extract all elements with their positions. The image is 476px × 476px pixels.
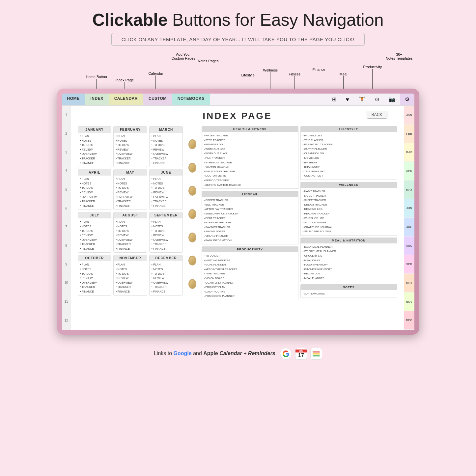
month-card-september[interactable]: SEPTEMBER PLANNOTESTO-DO'SREVIEWOVERVIEW… <box>149 212 183 253</box>
finance-body: ORDER TRACKER BILL TRACKER AFTER PAY TRA… <box>202 197 298 244</box>
ann-meal-label: Meal <box>340 72 348 76</box>
ann-fitness-label: Fitness <box>289 72 300 76</box>
tab-notebooks[interactable]: NOTEBOOKS <box>172 94 210 105</box>
back-button[interactable]: BACK <box>367 111 387 119</box>
month-tab-sep[interactable]: SEP <box>404 255 414 274</box>
ann-home-label: Home Button <box>86 75 107 79</box>
month-tab-dec[interactable]: DEC <box>404 311 414 330</box>
ring-1 <box>188 139 196 149</box>
binder-inner: 1 2 3 4 5 6 7 8 9 10 11 12 INDEX PAGE BA… <box>62 106 414 330</box>
ann-custom-label: Add YourCustom Pages <box>172 52 195 60</box>
row-3: 3 <box>62 143 71 162</box>
month-tab-jul[interactable]: JUL <box>404 218 414 237</box>
ann-wellness: Wellness <box>263 68 278 89</box>
ring-3 <box>188 186 196 196</box>
ann-lifestyle-line <box>248 77 248 89</box>
tab-icon-camera[interactable]: ⊙ <box>370 94 384 105</box>
month-body-august: PLANNOTESTO-DO'SREVIEWOVERVIEWTRACKERFIN… <box>114 218 147 252</box>
month-tab-apr[interactable]: APR <box>404 162 414 181</box>
month-tab-aug[interactable]: AUG <box>404 237 414 255</box>
index-grid: JANUARY PLANNOTESTO-DO'SREVIEWOVERVIEWTR… <box>78 126 397 302</box>
tab-icon-grid[interactable]: ⊞ <box>327 94 341 105</box>
month-tab-feb[interactable]: FEB <box>404 125 414 143</box>
month-body-july: PLANNOTESTO-DO'SREVIEWOVERVIEWTRACKERFIN… <box>78 218 111 252</box>
month-tab-nov[interactable]: NOV <box>404 293 414 311</box>
category-productivity: PRODUCTIVITY TO DO LIST MEETING MINUTES … <box>202 246 298 300</box>
ann-index-label: Index Page <box>116 78 134 82</box>
ann-finance-label: Finance <box>313 68 325 71</box>
month-tab-mar[interactable]: MAR <box>404 143 414 162</box>
month-header-september: SEPTEMBER <box>150 212 183 218</box>
month-tab-may[interactable]: MAY <box>404 181 414 199</box>
bottom-google-text: Google <box>174 350 192 356</box>
bottom-icons: JUL 17 <box>280 348 322 360</box>
subtitle-banner: CLICK ON ANY TEMPLATE, ANY DAY OF YEAR..… <box>111 33 365 46</box>
ring-4 <box>188 209 196 219</box>
monthly-section: JANUARY PLANNOTESTO-DO'SREVIEWOVERVIEWTR… <box>78 126 183 302</box>
month-card-october[interactable]: OCTOBER PLANNOTESTO-DO'SREVIEWOVERVIEWTR… <box>78 255 112 295</box>
tab-icon-settings[interactable]: ⚙ <box>400 94 414 105</box>
ann-notes-pages: Notes Pages <box>198 59 219 63</box>
category-health-fitness: HEALTH & FITNESS WATER TRACKER STEP TRAC… <box>202 126 298 189</box>
health-fitness-body: WATER TRACKER STEP TRACKER FITNESS LOG W… <box>202 132 298 189</box>
row-9: 9 <box>62 255 71 274</box>
reminder-dot-3 <box>313 355 320 356</box>
category-lifestyle: LIFESTYLE PACKING LIST TRIP PLANNER PASS… <box>300 126 397 180</box>
category-finance: FINANCE ORDER TRACKER BILL TRACKER AFTER… <box>202 191 298 244</box>
month-header-august: AUGUST <box>114 212 147 218</box>
month-card-december[interactable]: DECEMBER PLANNOTESTO-DO'SREVIEWOVERVIEWT… <box>149 255 183 295</box>
month-header-june: JUNE <box>150 169 183 176</box>
month-body-june: PLANNOTESTO-DO'SREVIEWOVERVIEWTRACKERFIN… <box>150 176 183 210</box>
main-title: Clickable Buttons for Easy Navigation <box>7 10 469 30</box>
title-plain: Buttons for Easy Navigation <box>172 10 384 29</box>
month-body-january: PLANNOTESTO-DO'SREVIEWOVERVIEWTRACKERFIN… <box>78 133 111 167</box>
month-body-september: PLANNOTESTO-DO'SREVIEWOVERVIEWTRACKERFIN… <box>150 218 183 252</box>
productivity-body: TO DO LIST MEETING MINUTES GOAL PLANNER … <box>202 252 298 300</box>
month-header-april: APRIL <box>78 169 111 176</box>
month-card-january[interactable]: JANUARY PLANNOTESTO-DO'SREVIEWOVERVIEWTR… <box>78 126 112 167</box>
reminder-dot-1 <box>313 351 320 352</box>
month-header-october: OCTOBER <box>78 255 111 261</box>
ann-finance: Finance <box>313 68 325 89</box>
bottom-calendar-text: Calendar + Reminders <box>219 350 275 356</box>
ann-index-page: Index Page <box>116 78 134 89</box>
month-card-july[interactable]: JULY PLANNOTESTO-DO'SREVIEWOVERVIEWTRACK… <box>78 212 112 253</box>
meal-header: MEAL & NUTRITION <box>300 238 397 243</box>
month-header-december: DECEMBER <box>150 255 183 261</box>
month-card-june[interactable]: JUNE PLANNOTESTO-DO'SREVIEWOVERVIEWTRACK… <box>149 169 183 210</box>
row-8: 8 <box>62 237 71 255</box>
bottom-and-text: and <box>193 350 203 356</box>
month-card-march[interactable]: MARCH PLANNOTESTO-DO'SREVIEWOVERVIEWTRAC… <box>149 126 183 167</box>
row-2: 2 <box>62 125 71 143</box>
binder: Custom Projects Pages Fully Hyperlinked … <box>57 89 419 335</box>
ann-productivity-label: Productivity <box>363 65 382 69</box>
google-icon <box>280 348 292 360</box>
month-tab-oct[interactable]: OCT <box>404 274 414 293</box>
month-tab-jan[interactable]: JAN <box>404 106 414 125</box>
ann-fitness: Fitness <box>289 72 300 89</box>
side-month-tabs: JAN FEB MAR APR MAY JUN JUL AUG SEP OCT … <box>404 106 414 330</box>
month-body-may: PLANNOTESTO-DO'SREVIEWOVERVIEWTRACKERFIN… <box>114 176 147 210</box>
row-1: 1 <box>62 106 71 125</box>
category-wellness: WELLNESS HABIT TRACKER MOOD TRACKER SLEE… <box>300 182 397 236</box>
tab-custom[interactable]: CUSTOM <box>143 94 172 105</box>
month-tab-jun[interactable]: JUN <box>404 199 414 218</box>
tab-calendar[interactable]: CALENDAR <box>109 94 143 105</box>
month-card-may[interactable]: MAY PLANNOTESTO-DO'SREVIEWOVERVIEWTRACKE… <box>113 169 147 210</box>
month-body-december: PLANNOTESTO-DO'SREVIEWOVERVIEWTRACKERFIN… <box>150 261 183 295</box>
month-card-february[interactable]: FEBRUARY PLANNOTESTO-DO'SREVIEWOVERVIEWT… <box>113 126 147 167</box>
ann-finance-line <box>319 71 319 89</box>
tab-home[interactable]: HOME <box>62 94 85 105</box>
tab-icon-heart[interactable]: ♥ <box>341 94 354 105</box>
apple-cal-month: JUL <box>295 350 307 352</box>
month-card-november[interactable]: NOVEMBER PLANNOTESTO-DO'SREVIEWOVERVIEWT… <box>113 255 147 295</box>
row-4: 4 <box>62 162 71 181</box>
ann-notes-templates: 30+Notes Templates <box>386 52 413 60</box>
tab-spacer <box>210 94 327 105</box>
tab-icon-fitness[interactable]: 🏋 <box>354 94 370 105</box>
month-card-april[interactable]: APRIL PLANNOTESTO-DO'SREVIEWOVERVIEWTRAC… <box>78 169 112 210</box>
month-card-august[interactable]: AUGUST PLANNOTESTO-DO'SREVIEWOVERVIEWTRA… <box>113 212 147 253</box>
tab-icon-photo[interactable]: 📷 <box>384 94 400 105</box>
tab-index[interactable]: INDEX <box>85 94 109 105</box>
annotations-area: Home Button Index Page Calendar Add Your… <box>57 52 419 89</box>
